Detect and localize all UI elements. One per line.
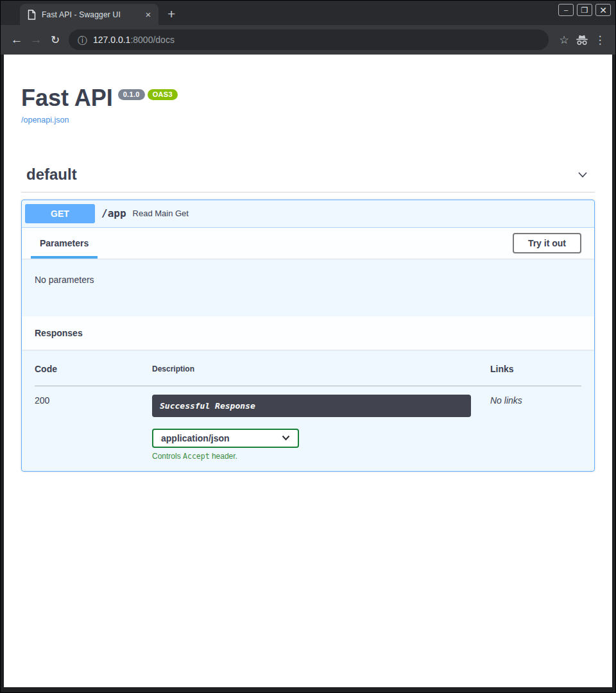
incognito-icon (573, 31, 591, 49)
page-title: Fast API0.1.0OAS3 (21, 85, 595, 111)
tab-parameters[interactable]: Parameters (31, 228, 98, 259)
oas-badge: OAS3 (148, 89, 178, 100)
column-header-code: Code (35, 364, 152, 386)
parameters-header: Parameters Try it out (22, 228, 594, 259)
back-button[interactable]: ← (7, 30, 26, 49)
responses-body: Code Description Links 200 (22, 350, 594, 471)
openapi-spec-link[interactable]: /openapi.json (21, 116, 69, 124)
reload-button[interactable]: ↻ (46, 30, 65, 49)
response-description-box: Successful Response (152, 395, 471, 417)
maximize-button[interactable]: ❐ (577, 4, 592, 16)
minimize-button[interactable]: – (558, 4, 574, 16)
bookmark-star-icon[interactable]: ☆ (555, 31, 573, 49)
tag-section-default: default GET /app Read Main Get (21, 161, 595, 472)
api-info-section: Fast API0.1.0OAS3 /openapi.json (21, 85, 595, 125)
responses-table: Code Description Links 200 (35, 364, 581, 461)
tab-close-icon[interactable]: × (143, 10, 153, 19)
accept-header-hint: Controls Accept header. (152, 452, 490, 461)
media-type-value: application/json (161, 433, 230, 443)
swagger-page: Fast API0.1.0OAS3 /openapi.json default … (4, 55, 612, 687)
browser-titlebar: Fast API - Swagger UI × + – ❐ ✕ (1, 1, 615, 25)
column-header-description: Description (152, 364, 490, 386)
tag-name: default (26, 166, 77, 184)
table-row: 200 Successful Response application/json (35, 386, 581, 461)
browser-tab[interactable]: Fast API - Swagger UI × (20, 4, 158, 25)
url-path: :8000/docs (130, 35, 175, 45)
url-host: 127.0.0.1 (93, 35, 130, 45)
site-info-icon[interactable]: ⓘ (78, 35, 87, 45)
select-chevron-icon (282, 435, 290, 441)
tag-header[interactable]: default (21, 161, 595, 188)
tab-title: Fast API - Swagger UI (42, 10, 137, 19)
response-code: 200 (35, 395, 49, 406)
window-controls: – ❐ ✕ (558, 4, 611, 16)
http-method-badge: GET (25, 204, 95, 223)
url-text[interactable]: 127.0.0.1:8000/docs (93, 35, 175, 45)
no-parameters-text: No parameters (35, 275, 94, 285)
address-bar[interactable]: ⓘ 127.0.0.1:8000/docs (69, 30, 549, 50)
version-badge: 0.1.0 (118, 89, 145, 100)
column-header-links: Links (490, 364, 581, 386)
responses-header: Responses (22, 316, 594, 350)
browser-window: Fast API - Swagger UI × + – ❐ ✕ ← → ↻ ⓘ … (0, 0, 616, 693)
accept-hint-code: Accept (183, 452, 210, 461)
api-title-text: Fast API (21, 85, 113, 111)
operation-description: Read Main Get (133, 209, 189, 218)
new-tab-button[interactable]: + (167, 8, 175, 21)
forward-button: → (26, 30, 46, 49)
opblock-get-app: GET /app Read Main Get Parameters Try it… (21, 200, 595, 472)
responses-title: Responses (35, 328, 83, 338)
tag-divider (21, 192, 595, 193)
parameters-tab-label: Parameters (40, 238, 89, 248)
window-frame: Fast API0.1.0OAS3 /openapi.json default … (1, 55, 615, 692)
browser-toolbar: ← → ↻ ⓘ 127.0.0.1:8000/docs ☆ ⋮ (1, 25, 615, 55)
parameters-body: No parameters (22, 259, 594, 316)
operation-summary[interactable]: GET /app Read Main Get (22, 200, 594, 228)
response-links: No links (490, 395, 522, 406)
chevron-down-icon[interactable] (576, 167, 590, 182)
operation-path: /app (101, 207, 126, 219)
document-icon (28, 10, 36, 20)
media-type-select[interactable]: application/json (152, 429, 299, 448)
browser-menu-icon[interactable]: ⋮ (591, 31, 609, 49)
accept-hint-prefix: Controls (152, 452, 183, 461)
try-it-out-button[interactable]: Try it out (513, 233, 581, 253)
accept-hint-suffix: header. (210, 452, 237, 461)
close-button[interactable]: ✕ (595, 4, 611, 16)
